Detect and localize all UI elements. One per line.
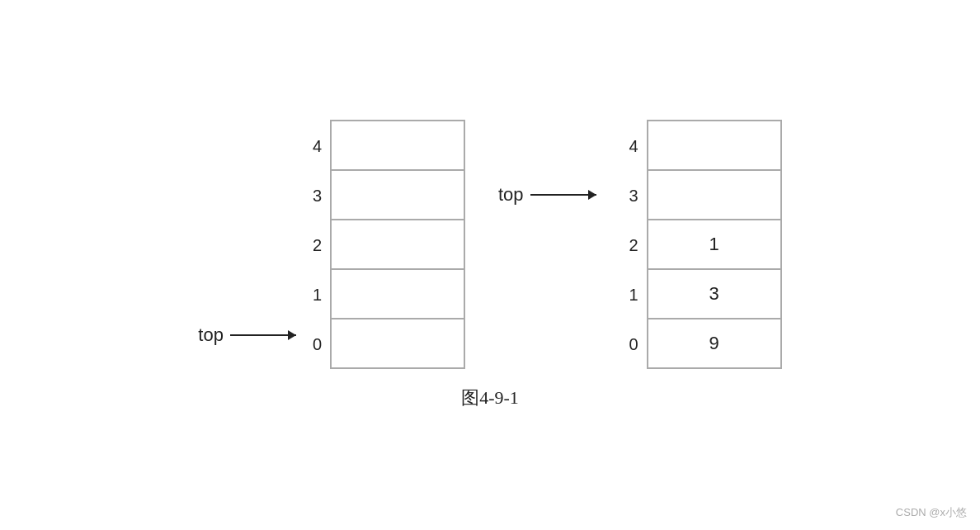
- left-cell-2: [332, 220, 464, 270]
- right-cell-2: 1: [648, 220, 780, 270]
- page-root: top 0 1 2 3 4 top: [0, 0, 980, 530]
- middle-arrow-line: [530, 194, 596, 196]
- right-cell-1: 3: [648, 270, 780, 319]
- left-label-3: 3: [313, 171, 325, 220]
- left-arrow-line: [230, 334, 296, 336]
- left-arrow-label: top: [198, 324, 224, 346]
- diagram-row: top 0 1 2 3 4 top: [198, 120, 781, 369]
- watermark: CSDN @x小悠: [896, 505, 967, 520]
- left-cell-0: [332, 319, 464, 369]
- left-cell-3: [332, 171, 464, 220]
- middle-arrow-container: top: [498, 184, 596, 206]
- left-top-arrow-container: top: [198, 324, 296, 369]
- middle-arrow-label: top: [498, 184, 524, 206]
- right-cell-3: [648, 171, 780, 220]
- right-label-2: 2: [629, 220, 642, 270]
- left-stack-labels: 0 1 2 3 4: [313, 121, 325, 369]
- left-label-2: 2: [313, 220, 325, 270]
- right-stack-box: 9 3 1: [647, 120, 782, 369]
- right-label-0: 0: [629, 319, 642, 369]
- right-stack-labels: 0 1 2 3 4: [629, 121, 642, 369]
- right-cell-0: 9: [648, 319, 780, 369]
- right-cell-4: [648, 121, 780, 171]
- left-stack-section: 0 1 2 3 4: [313, 120, 465, 369]
- left-label-1: 1: [313, 270, 325, 319]
- right-label-3: 3: [629, 171, 642, 220]
- diagram-caption: 图4-9-1: [461, 386, 519, 410]
- left-cell-1: [332, 270, 464, 319]
- left-label-4: 4: [313, 121, 325, 171]
- right-label-4: 4: [629, 121, 642, 171]
- right-label-1: 1: [629, 270, 642, 319]
- right-stack-section: 0 1 2 3 4 9 3 1: [629, 120, 782, 369]
- left-stack-box: [330, 120, 465, 369]
- left-label-0: 0: [313, 319, 325, 369]
- left-cell-4: [332, 121, 464, 171]
